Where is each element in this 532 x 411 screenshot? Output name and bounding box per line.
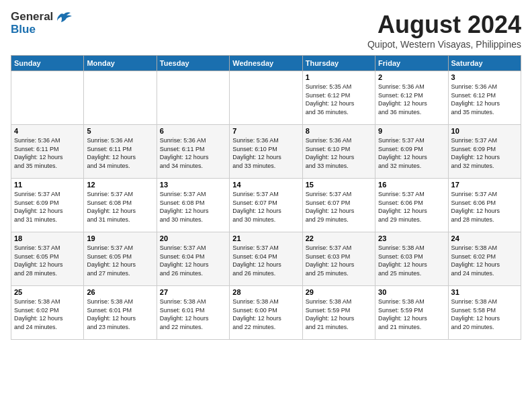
calendar-cell: [84, 71, 157, 125]
calendar-week-row: 11Sunrise: 5:37 AMSunset: 6:09 PMDayligh…: [11, 179, 521, 232]
day-number: 25: [14, 288, 81, 296]
calendar-cell: 24Sunrise: 5:38 AMSunset: 6:02 PMDayligh…: [448, 232, 521, 286]
day-content: Sunrise: 5:37 AMSunset: 6:05 PMDaylight:…: [87, 244, 153, 277]
day-number: 3: [451, 73, 518, 81]
logo-line1: General: [11, 11, 53, 24]
day-content: Sunrise: 5:38 AMSunset: 5:58 PMDaylight:…: [451, 298, 518, 331]
day-content: Sunrise: 5:38 AMSunset: 6:02 PMDaylight:…: [14, 298, 81, 331]
logo-line2: Blue: [11, 24, 53, 36]
day-content: Sunrise: 5:37 AMSunset: 6:09 PMDaylight:…: [451, 136, 518, 170]
day-content: Sunrise: 5:37 AMSunset: 6:06 PMDaylight:…: [378, 190, 445, 224]
day-number: 31: [451, 288, 518, 296]
calendar-cell: 9Sunrise: 5:37 AMSunset: 6:09 PMDaylight…: [375, 125, 448, 179]
calendar-cell: 20Sunrise: 5:37 AMSunset: 6:04 PMDayligh…: [157, 232, 229, 286]
day-content: Sunrise: 5:37 AMSunset: 6:09 PMDaylight:…: [14, 190, 81, 224]
calendar-cell: 14Sunrise: 5:37 AMSunset: 6:07 PMDayligh…: [230, 179, 302, 232]
calendar-cell: [11, 71, 84, 125]
calendar-cell: 31Sunrise: 5:38 AMSunset: 5:58 PMDayligh…: [448, 286, 521, 340]
day-number: 5: [87, 127, 153, 135]
calendar-cell: [230, 71, 302, 125]
day-content: Sunrise: 5:38 AMSunset: 6:02 PMDaylight:…: [451, 244, 518, 277]
day-content: Sunrise: 5:36 AMSunset: 6:11 PMDaylight:…: [14, 136, 81, 170]
day-number: 28: [232, 288, 299, 296]
calendar-cell: 23Sunrise: 5:38 AMSunset: 6:03 PMDayligh…: [375, 232, 448, 286]
day-number: 10: [451, 127, 518, 135]
calendar-cell: 6Sunrise: 5:36 AMSunset: 6:11 PMDaylight…: [157, 125, 229, 179]
weekday-header-monday: Monday: [84, 56, 157, 71]
day-number: 2: [378, 73, 445, 81]
day-content: Sunrise: 5:38 AMSunset: 5:59 PMDaylight:…: [378, 298, 445, 331]
calendar-cell: 2Sunrise: 5:36 AMSunset: 6:12 PMDaylight…: [375, 71, 448, 125]
calendar-cell: 29Sunrise: 5:38 AMSunset: 5:59 PMDayligh…: [302, 286, 375, 340]
day-number: 27: [160, 288, 226, 296]
calendar-cell: 26Sunrise: 5:38 AMSunset: 6:01 PMDayligh…: [84, 286, 157, 340]
day-number: 15: [306, 181, 372, 189]
calendar-cell: 16Sunrise: 5:37 AMSunset: 6:06 PMDayligh…: [375, 179, 448, 232]
calendar-cell: 18Sunrise: 5:37 AMSunset: 6:05 PMDayligh…: [11, 232, 84, 286]
calendar-cell: 17Sunrise: 5:37 AMSunset: 6:06 PMDayligh…: [448, 179, 521, 232]
calendar-body: 1Sunrise: 5:35 AMSunset: 6:12 PMDaylight…: [11, 71, 521, 340]
day-number: 14: [232, 181, 299, 189]
weekday-header-thursday: Thursday: [302, 56, 375, 71]
day-content: Sunrise: 5:36 AMSunset: 6:12 PMDaylight:…: [451, 83, 518, 116]
logo: General Blue: [11, 11, 73, 36]
day-number: 1: [306, 73, 372, 81]
day-number: 26: [87, 288, 153, 296]
calendar-cell: 30Sunrise: 5:38 AMSunset: 5:59 PMDayligh…: [375, 286, 448, 340]
day-number: 7: [232, 127, 299, 135]
calendar-cell: 19Sunrise: 5:37 AMSunset: 6:05 PMDayligh…: [84, 232, 157, 286]
day-number: 24: [451, 234, 518, 242]
calendar-cell: 25Sunrise: 5:38 AMSunset: 6:02 PMDayligh…: [11, 286, 84, 340]
calendar-cell: 1Sunrise: 5:35 AMSunset: 6:12 PMDaylight…: [302, 71, 375, 125]
day-content: Sunrise: 5:36 AMSunset: 6:10 PMDaylight:…: [232, 136, 299, 170]
weekday-header-sunday: Sunday: [11, 56, 84, 71]
calendar-week-row: 18Sunrise: 5:37 AMSunset: 6:05 PMDayligh…: [11, 232, 521, 286]
day-content: Sunrise: 5:36 AMSunset: 6:10 PMDaylight:…: [306, 136, 372, 170]
calendar-cell: 27Sunrise: 5:38 AMSunset: 6:01 PMDayligh…: [157, 286, 229, 340]
day-number: 8: [306, 127, 372, 135]
day-number: 12: [87, 181, 153, 189]
day-number: 11: [14, 181, 81, 189]
calendar-cell: [157, 71, 229, 125]
calendar-cell: 22Sunrise: 5:37 AMSunset: 6:03 PMDayligh…: [302, 232, 375, 286]
day-number: 29: [306, 288, 372, 296]
day-content: Sunrise: 5:37 AMSunset: 6:08 PMDaylight:…: [87, 190, 153, 224]
day-content: Sunrise: 5:37 AMSunset: 6:05 PMDaylight:…: [14, 244, 81, 277]
day-number: 18: [14, 234, 81, 242]
calendar-week-row: 1Sunrise: 5:35 AMSunset: 6:12 PMDaylight…: [11, 71, 521, 125]
title-block: August 2024 Quipot, Western Visayas, Phi…: [367, 11, 521, 50]
page-subtitle: Quipot, Western Visayas, Philippines: [367, 39, 521, 50]
calendar-cell: 5Sunrise: 5:36 AMSunset: 6:11 PMDaylight…: [84, 125, 157, 179]
day-number: 4: [14, 127, 81, 135]
day-content: Sunrise: 5:37 AMSunset: 6:07 PMDaylight:…: [306, 190, 372, 224]
weekday-header-row: SundayMondayTuesdayWednesdayThursdayFrid…: [11, 56, 521, 71]
calendar-cell: 4Sunrise: 5:36 AMSunset: 6:11 PMDaylight…: [11, 125, 84, 179]
day-number: 17: [451, 181, 518, 189]
day-number: 9: [378, 127, 445, 135]
day-content: Sunrise: 5:38 AMSunset: 6:03 PMDaylight:…: [378, 244, 445, 277]
calendar-cell: 12Sunrise: 5:37 AMSunset: 6:08 PMDayligh…: [84, 179, 157, 232]
calendar-cell: 15Sunrise: 5:37 AMSunset: 6:07 PMDayligh…: [302, 179, 375, 232]
day-content: Sunrise: 5:37 AMSunset: 6:07 PMDaylight:…: [232, 190, 299, 224]
day-content: Sunrise: 5:37 AMSunset: 6:03 PMDaylight:…: [306, 244, 372, 277]
weekday-header-wednesday: Wednesday: [230, 56, 302, 71]
calendar-cell: 8Sunrise: 5:36 AMSunset: 6:10 PMDaylight…: [302, 125, 375, 179]
calendar-header: SundayMondayTuesdayWednesdayThursdayFrid…: [11, 56, 521, 71]
day-number: 6: [160, 127, 226, 135]
day-number: 20: [160, 234, 226, 242]
day-content: Sunrise: 5:37 AMSunset: 6:08 PMDaylight:…: [160, 190, 226, 224]
day-number: 16: [378, 181, 445, 189]
calendar-cell: 3Sunrise: 5:36 AMSunset: 6:12 PMDaylight…: [448, 71, 521, 125]
page-header: General Blue August 2024 Quipot, Western…: [11, 11, 521, 50]
calendar-table: SundayMondayTuesdayWednesdayThursdayFrid…: [11, 55, 521, 340]
calendar-cell: 7Sunrise: 5:36 AMSunset: 6:10 PMDaylight…: [230, 125, 302, 179]
day-number: 23: [378, 234, 445, 242]
logo-bird-icon: [54, 11, 73, 29]
day-content: Sunrise: 5:38 AMSunset: 5:59 PMDaylight:…: [306, 298, 372, 331]
day-number: 30: [378, 288, 445, 296]
day-content: Sunrise: 5:38 AMSunset: 6:01 PMDaylight:…: [87, 298, 153, 331]
day-content: Sunrise: 5:37 AMSunset: 6:09 PMDaylight:…: [378, 136, 445, 170]
day-content: Sunrise: 5:37 AMSunset: 6:04 PMDaylight:…: [232, 244, 299, 277]
day-content: Sunrise: 5:37 AMSunset: 6:04 PMDaylight:…: [160, 244, 226, 277]
calendar-cell: 28Sunrise: 5:38 AMSunset: 6:00 PMDayligh…: [230, 286, 302, 340]
